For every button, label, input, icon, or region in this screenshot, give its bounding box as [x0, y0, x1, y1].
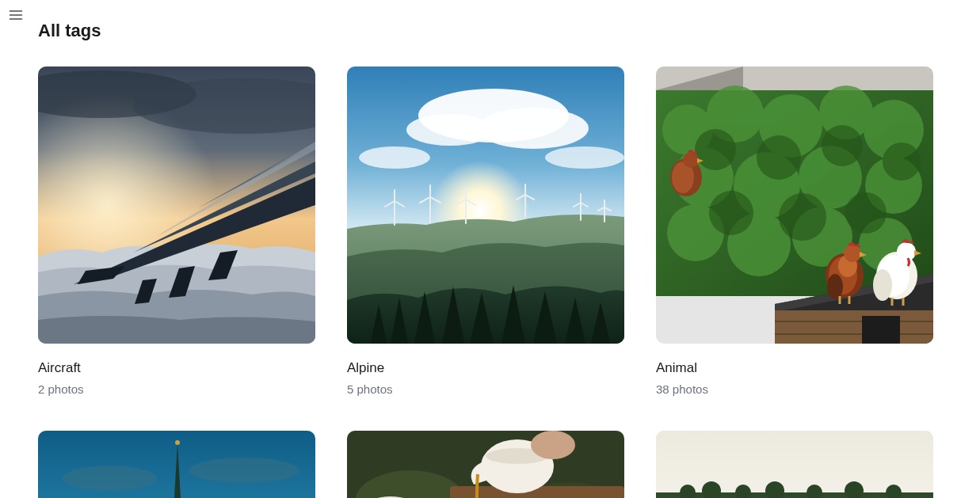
- tag-thumbnail: [656, 431, 933, 498]
- svg-point-105: [189, 458, 299, 483]
- tag-thumbnail: [347, 67, 624, 344]
- tag-card-alpine[interactable]: Alpine 5 photos: [347, 67, 624, 397]
- tag-card-animal[interactable]: Animal 38 photos: [656, 67, 933, 397]
- tag-thumbnail: [347, 431, 624, 498]
- tag-count: 5 photos: [347, 382, 624, 397]
- svg-point-76: [779, 193, 826, 241]
- svg-rect-117: [656, 431, 933, 494]
- tag-card[interactable]: [347, 431, 624, 498]
- hamburger-menu-button[interactable]: [6, 6, 25, 25]
- hamburger-icon: [8, 7, 24, 25]
- tag-grid: Aircraft 2 photos: [38, 67, 942, 498]
- svg-point-74: [883, 143, 921, 181]
- tag-name: Animal: [656, 359, 933, 377]
- svg-point-99: [897, 242, 916, 261]
- svg-point-91: [844, 245, 861, 262]
- svg-point-77: [845, 192, 887, 234]
- tag-card[interactable]: [38, 431, 315, 498]
- svg-rect-83: [862, 316, 900, 344]
- main-content: All tags: [0, 0, 980, 498]
- tag-name: Aircraft: [38, 359, 315, 377]
- page-title: All tags: [38, 21, 942, 41]
- svg-point-104: [62, 466, 157, 491]
- svg-point-93: [827, 274, 843, 299]
- tag-card[interactable]: [656, 431, 933, 498]
- svg-point-98: [873, 269, 892, 301]
- tag-count: 2 photos: [38, 382, 315, 397]
- svg-point-86: [683, 152, 699, 168]
- svg-point-72: [757, 135, 801, 180]
- tag-count: 38 photos: [656, 382, 933, 397]
- tag-card-aircraft[interactable]: Aircraft 2 photos: [38, 67, 315, 397]
- tag-name: Alpine: [347, 359, 624, 377]
- svg-point-73: [822, 125, 863, 166]
- svg-point-115: [531, 431, 575, 459]
- tag-thumbnail: [38, 431, 315, 498]
- svg-point-75: [709, 191, 753, 235]
- svg-point-71: [695, 129, 736, 170]
- tag-thumbnail: [656, 67, 933, 344]
- svg-rect-80: [775, 310, 933, 344]
- tag-thumbnail: [38, 67, 315, 344]
- svg-point-108: [175, 440, 180, 445]
